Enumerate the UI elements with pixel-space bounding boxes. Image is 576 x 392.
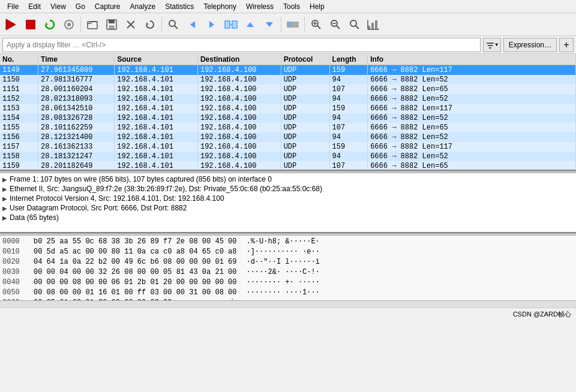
toolbar-sep4 — [304, 17, 305, 32]
filter-add-btn[interactable]: + — [559, 38, 574, 52]
table-cell-no: 1151 — [0, 85, 38, 94]
table-cell-info: 6666 → 8882 Len=65 — [368, 123, 576, 132]
table-cell-dst: 192.168.4.100 — [197, 85, 281, 94]
toolbar-colorize-btn[interactable] — [284, 16, 302, 34]
table-row[interactable]: 115628.121321400192.168.4.101192.168.4.1… — [0, 132, 576, 142]
hex-bytes: 00 00 04 00 00 32 26 08 00 00 05 81 43 0… — [34, 267, 236, 278]
hex-offset: 0000 — [2, 237, 24, 247]
table-row[interactable]: 115828.181321247192.168.4.101192.168.4.1… — [0, 152, 576, 161]
menu-help[interactable]: Help — [305, 1, 329, 12]
detail-item[interactable]: ▶Data (65 bytes) — [0, 213, 576, 222]
hex-row: 0020 04 64 1a 0a 22 b2 00 49 6c b6 08 00… — [2, 257, 574, 267]
toolbar-up-btn[interactable] — [241, 16, 259, 34]
table-row[interactable]: 114927.961345809192.168.4.101192.168.4.1… — [0, 65, 576, 76]
toolbar-graph-btn[interactable] — [365, 16, 383, 34]
detail-text: Frame 1: 107 bytes on wire (856 bits), 1… — [10, 175, 272, 183]
table-row[interactable]: 115928.201182649192.168.4.101192.168.4.1… — [0, 161, 576, 170]
filter-expression-btn[interactable]: Expression… — [503, 38, 557, 52]
table-cell-len: 94 — [329, 152, 368, 161]
table-cell-len: 94 — [329, 75, 368, 85]
menu-tools[interactable]: Tools — [278, 1, 305, 12]
table-cell-no: 1150 — [0, 75, 38, 85]
filter-dropdown-btn[interactable]: ▼ — [483, 38, 501, 52]
detail-pane: ▶Frame 1: 107 bytes on wire (856 bits), … — [0, 173, 576, 233]
toolbar-open-btn[interactable] — [83, 16, 101, 34]
filter-input[interactable] — [2, 38, 481, 52]
menu-analyze[interactable]: Analyze — [125, 1, 161, 12]
toolbar-new-btn[interactable] — [2, 16, 20, 34]
detail-arrow: ▶ — [2, 176, 7, 183]
toolbar-close-btn[interactable] — [122, 16, 140, 34]
detail-text: Internet Protocol Version 4, Src: 192.16… — [10, 194, 224, 203]
toolbar-find-btn[interactable] — [164, 16, 182, 34]
hex-pane: 0000 b0 25 aa 55 0c 68 38 3b 26 89 f7 2e… — [0, 236, 576, 300]
table-cell-time: 28.001160204 — [38, 85, 115, 94]
toolbar-restart-btn[interactable] — [41, 16, 59, 34]
hex-bytes: b0 25 aa 55 0c 68 38 3b 26 89 f7 2e 08 0… — [34, 237, 236, 247]
menu-capture[interactable]: Capture — [90, 1, 125, 12]
table-cell-time: 28.161362133 — [38, 142, 115, 152]
menu-statistics[interactable]: Statistics — [160, 1, 199, 12]
svg-marker-20 — [266, 22, 273, 27]
table-row[interactable]: 115428.081326728192.168.4.101192.168.4.1… — [0, 113, 576, 123]
hex-offset: 0050 — [2, 288, 24, 298]
packet-table: No. Time Source Destination Protocol Len… — [0, 54, 576, 170]
detail-text: Ethernet II, Src: JiangsuQ_89:f7:2e (38:… — [10, 185, 322, 193]
detail-item[interactable]: ▶Internet Protocol Version 4, Src: 192.1… — [0, 194, 576, 203]
svg-marker-0 — [6, 19, 16, 30]
table-cell-len: 94 — [329, 113, 368, 123]
toolbar-down-btn[interactable] — [260, 16, 278, 34]
svg-rect-8 — [109, 26, 114, 29]
toolbar-zoom-in-btn[interactable] — [307, 16, 325, 34]
table-cell-info: 6666 → 8882 Len=52 — [368, 152, 576, 161]
table-cell-time: 28.061342510 — [38, 104, 115, 113]
svg-rect-34 — [375, 20, 377, 29]
table-cell-proto: UDP — [281, 123, 329, 132]
toolbar-save-btn[interactable] — [103, 16, 121, 34]
menu-wireless[interactable]: Wireless — [241, 1, 278, 12]
table-row[interactable]: 115728.161362133192.168.4.101192.168.4.1… — [0, 142, 576, 152]
toolbar-forward-btn[interactable] — [203, 16, 221, 34]
detail-item[interactable]: ▶User Datagram Protocol, Src Port: 6666,… — [0, 203, 576, 213]
table-cell-dst: 192.168.4.100 — [197, 113, 281, 123]
menu-view[interactable]: View — [46, 1, 71, 12]
table-cell-src: 192.168.4.101 — [115, 104, 198, 113]
hex-ascii: .%·U·h8; &·····E· — [246, 237, 319, 247]
hex-ascii: ········ +· ····· — [246, 278, 319, 288]
table-row[interactable]: 115228.021318093192.168.4.101192.168.4.1… — [0, 94, 576, 104]
table-row[interactable]: 115027.981316777192.168.4.101192.168.4.1… — [0, 75, 576, 85]
svg-rect-1 — [26, 20, 35, 29]
menu-edit[interactable]: Edit — [23, 1, 46, 12]
svg-rect-33 — [371, 23, 374, 29]
detail-item[interactable]: ▶Ethernet II, Src: JiangsuQ_89:f7:2e (38… — [0, 184, 576, 194]
svg-rect-37 — [487, 43, 494, 44]
table-cell-dst: 192.168.4.100 — [197, 161, 281, 170]
table-cell-time: 28.021318093 — [38, 94, 115, 104]
svg-rect-16 — [225, 21, 230, 28]
table-cell-time: 27.981316777 — [38, 75, 115, 85]
detail-item[interactable]: ▶Frame 1: 107 bytes on wire (856 bits), … — [0, 174, 576, 184]
toolbar-zoom-fit-btn[interactable] — [346, 16, 364, 34]
table-row[interactable]: 115328.061342510192.168.4.101192.168.4.1… — [0, 104, 576, 113]
menubar: File Edit View Go Capture Analyze Statis… — [0, 0, 576, 13]
toolbar-options-btn[interactable] — [60, 16, 78, 34]
table-row[interactable]: 115128.001160204192.168.4.101192.168.4.1… — [0, 85, 576, 94]
col-protocol: Protocol — [281, 54, 329, 65]
toolbar-jump-btn[interactable] — [222, 16, 240, 34]
toolbar-reload-btn[interactable] — [141, 16, 159, 34]
table-row[interactable]: 115528.101162259192.168.4.101192.168.4.1… — [0, 123, 576, 132]
menu-file[interactable]: File — [2, 1, 23, 12]
table-cell-len: 107 — [329, 85, 368, 94]
detail-arrow: ▶ — [2, 205, 7, 212]
table-cell-time: 28.081326728 — [38, 113, 115, 123]
toolbar-stop-btn[interactable] — [22, 16, 40, 34]
toolbar-zoom-out-btn[interactable] — [326, 16, 344, 34]
toolbar-back-btn[interactable] — [184, 16, 202, 34]
bottom-scrollbar[interactable] — [0, 300, 576, 307]
table-cell-proto: UDP — [281, 142, 329, 152]
table-cell-time: 28.201182649 — [38, 161, 115, 170]
filterbar: ▼ Expression… + — [0, 36, 576, 54]
hex-row: 0000 b0 25 aa 55 0c 68 38 3b 26 89 f7 2e… — [2, 237, 574, 247]
menu-telephony[interactable]: Telephony — [199, 1, 241, 12]
menu-go[interactable]: Go — [71, 1, 90, 12]
